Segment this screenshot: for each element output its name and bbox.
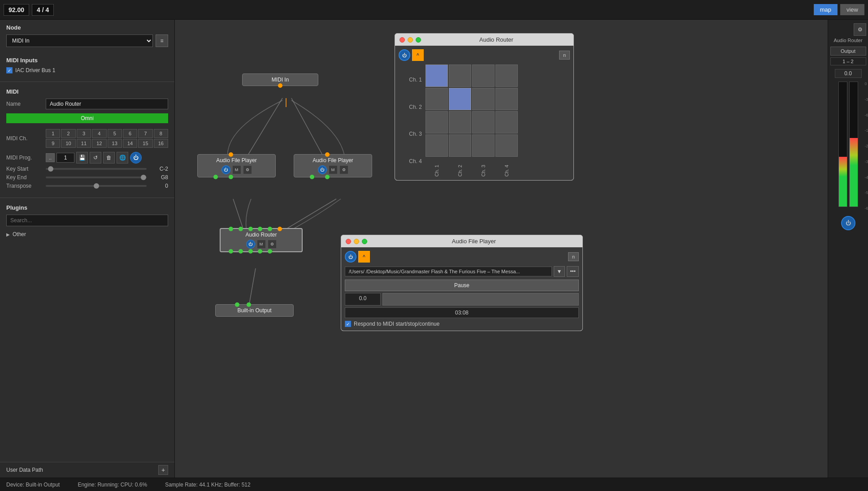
prog-delete-btn[interactable]: 🗑 — [103, 152, 115, 164]
afp-file-path[interactable]: /Users/ /Desktop/Music/Grandmaster Flash… — [345, 267, 552, 276]
afp2-settings-btn[interactable]: ⚙ — [339, 165, 348, 174]
prog-number[interactable]: 1 — [56, 153, 74, 163]
grid-cell-1-3[interactable] — [495, 88, 518, 110]
ar-win-close[interactable] — [399, 37, 405, 43]
ar-win-minimize[interactable] — [408, 37, 413, 43]
ch-5[interactable]: 5 — [108, 129, 122, 138]
grid-cell-0-0[interactable] — [425, 65, 448, 87]
afp-midi-checkbox[interactable] — [345, 321, 351, 327]
grid-cell-0-2[interactable] — [472, 65, 495, 87]
iac-driver-checkbox[interactable] — [6, 67, 13, 73]
name-input[interactable] — [46, 99, 168, 109]
afp-file-dots-btn[interactable]: ••• — [567, 266, 579, 277]
right-panel-power-btn[interactable]: ⏻ — [841, 216, 855, 230]
prog-power-btn[interactable]: ⏻ — [130, 152, 142, 164]
ch-8[interactable]: 8 — [154, 129, 168, 138]
node-dropdown[interactable]: MIDI In — [6, 34, 153, 47]
afp-progress-bar[interactable] — [382, 293, 579, 306]
prog-save-btn[interactable]: 💾 — [76, 152, 88, 164]
grid-cell-2-2[interactable] — [472, 111, 495, 134]
ch-10[interactable]: 10 — [61, 139, 75, 148]
afp-win-close[interactable] — [346, 239, 351, 244]
afp1-m-btn[interactable]: M — [232, 165, 241, 174]
ch-7[interactable]: 7 — [138, 129, 152, 138]
builtin-output-node[interactable]: Built-in Output — [215, 304, 294, 317]
afp-power-btn[interactable]: ⏻ — [345, 251, 356, 263]
prog-dotdot-btn[interactable]: .. — [46, 153, 55, 162]
prog-refresh-btn[interactable]: ↺ — [90, 152, 101, 164]
key-start-track[interactable] — [46, 168, 147, 170]
ch-9[interactable]: 9 — [46, 139, 60, 148]
afp-win-minimize[interactable] — [354, 239, 359, 244]
transpose-thumb[interactable] — [94, 183, 99, 189]
ch-14[interactable]: 14 — [123, 139, 137, 148]
transpose-label: Transpose — [6, 183, 42, 189]
afp-pause-btn[interactable]: Pause — [345, 280, 579, 291]
grid-cell-2-0[interactable] — [425, 111, 448, 134]
user-data-path-add-btn[interactable]: + — [158, 465, 168, 475]
bpm-display[interactable]: 92.00 — [4, 4, 29, 16]
ar-win-maximize[interactable] — [416, 37, 421, 43]
grid-cell-3-0[interactable] — [425, 134, 448, 157]
key-end-thumb[interactable] — [141, 175, 146, 180]
afp-midi-row: Respond to MIDI start/stop/continue — [345, 321, 579, 327]
ch-15[interactable]: 15 — [138, 139, 152, 148]
afp-file-arrow-btn[interactable]: ▼ — [554, 266, 565, 277]
grid-cell-2-3[interactable] — [495, 111, 518, 134]
iac-driver-row[interactable]: IAC Driver Bus 1 — [6, 67, 168, 73]
grid-cell-3-2[interactable] — [472, 134, 495, 157]
ar-m-btn[interactable]: M — [257, 240, 266, 249]
audio-file-player-2-node[interactable]: Audio File Player ⏻ M ⚙ — [294, 154, 372, 177]
key-end-track[interactable] — [46, 177, 147, 178]
ch-6[interactable]: 6 — [123, 129, 137, 138]
transpose-track[interactable] — [46, 185, 147, 187]
router-n-btn[interactable]: n — [559, 51, 570, 60]
afp-orange-btn[interactable]: ^ — [358, 251, 370, 263]
afp-n-btn[interactable]: n — [568, 252, 579, 261]
afp2-power-btn[interactable]: ⏻ — [318, 165, 327, 174]
audio-router-node[interactable]: Audio Router ⏻ M ⚙ — [220, 228, 303, 252]
ch-13[interactable]: 13 — [108, 139, 122, 148]
output-value[interactable]: 0.0 — [835, 69, 862, 78]
prog-globe-btn[interactable]: 🌐 — [117, 152, 128, 164]
right-panel-settings-btn[interactable]: ⚙ — [854, 23, 866, 36]
audio-file-player-1-node[interactable]: Audio File Player ⏻ M ⚙ — [197, 154, 276, 177]
plugins-search[interactable] — [6, 215, 168, 226]
grid-cell-0-3[interactable] — [495, 65, 518, 87]
grid-cell-1-2[interactable] — [472, 88, 495, 110]
grid-cell-1-0[interactable] — [425, 88, 448, 110]
router-orange-btn[interactable]: ^ — [412, 49, 424, 61]
ch-3[interactable]: 3 — [77, 129, 91, 138]
position-display[interactable]: 4 / 4 — [32, 4, 54, 16]
afp1-settings-btn[interactable]: ⚙ — [243, 165, 252, 174]
key-start-thumb[interactable] — [48, 166, 53, 172]
midi-in-node[interactable]: MIDI In — [242, 73, 318, 86]
view-button[interactable]: view — [840, 4, 864, 15]
ar-settings-btn[interactable]: ⚙ — [268, 240, 277, 249]
afp-win-maximize[interactable] — [362, 239, 367, 244]
ch-12[interactable]: 12 — [92, 139, 106, 148]
ar-in4-dot — [258, 227, 262, 231]
ch-4[interactable]: 4 — [92, 129, 106, 138]
map-button[interactable]: map — [814, 4, 838, 15]
router-power-btn[interactable]: ⏻ — [399, 49, 410, 61]
user-data-path-label: User Data Path — [6, 467, 43, 473]
grid-cell-3-3[interactable] — [495, 134, 518, 157]
ch-1[interactable]: 1 — [46, 129, 60, 138]
grid-cell-1-1[interactable] — [449, 88, 471, 110]
afp2-m-btn[interactable]: M — [329, 165, 338, 174]
grid-cell-2-1[interactable] — [449, 111, 471, 134]
afp1-power-btn[interactable]: ⏻ — [221, 165, 230, 174]
grid-cell-3-1[interactable] — [449, 134, 471, 157]
grid-cell-0-1[interactable] — [449, 65, 471, 87]
router-grid-row2 — [425, 88, 518, 110]
ch-11[interactable]: 11 — [77, 139, 91, 148]
ch-2[interactable]: 2 — [61, 129, 75, 138]
other-row[interactable]: ▶ Other — [6, 230, 168, 239]
node-menu-button[interactable]: ≡ — [156, 34, 168, 47]
output-channels[interactable]: 1 – 2 — [830, 57, 866, 65]
ch-16[interactable]: 16 — [154, 139, 168, 148]
afp2-out1-dot — [310, 175, 314, 179]
ar-power-btn[interactable]: ⏻ — [246, 240, 255, 249]
omni-button[interactable]: Omni — [6, 113, 168, 123]
